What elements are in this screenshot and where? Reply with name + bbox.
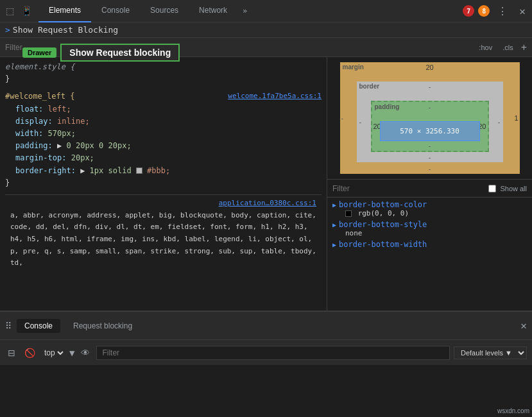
color-swatch-black: [345, 210, 352, 217]
levels-select[interactable]: Default levels ▼: [454, 346, 527, 359]
show-all-label: Show all: [500, 185, 527, 192]
element-style-rule: element.style { }: [5, 61, 322, 85]
console-filter-input[interactable]: [96, 346, 450, 360]
close-devtools-button[interactable]: ✕: [515, 5, 529, 17]
border-left-value: -: [359, 118, 362, 126]
drawer-grip[interactable]: ⠿: [5, 321, 12, 331]
prop-width-val: 570px;: [48, 129, 76, 138]
selector-header: application…0380c.css:1: [10, 198, 316, 210]
console-context-select[interactable]: top: [42, 348, 65, 358]
computed-properties: ▶ border-bottom-color rgb(0, 0, 0) ▶ bor…: [327, 198, 532, 254]
prop-border-val: 1px solid: [90, 166, 136, 175]
prop-margin-top: margin-top: 20px;: [15, 152, 322, 164]
drawer-close-button[interactable]: ✕: [520, 319, 527, 332]
border-bottom-color-value: rgb(0, 0, 0): [358, 209, 409, 217]
show-all-checkbox[interactable]: [488, 185, 496, 192]
tab-console[interactable]: Console: [91, 0, 140, 22]
prop-margin-val: 20px;: [71, 153, 94, 162]
tab-overflow[interactable]: »: [237, 0, 252, 22]
selector-list-rule: application…0380c.css:1 a, abbr, acronym…: [5, 194, 322, 272]
error-badge: 7: [463, 5, 474, 17]
tab-network[interactable]: Network: [189, 0, 237, 22]
prop-name-border-bottom-style: border-bottom-style: [339, 220, 427, 229]
css-content: element.style { } #welcome_left { welcom…: [0, 57, 327, 276]
box-margin: margin 20 - 1 - border - - - - paddi: [340, 62, 520, 174]
prop-name-border-bottom-color: border-bottom-color: [339, 200, 427, 209]
margin-bottom-value: -: [429, 165, 431, 173]
cls-filter-button[interactable]: .cls: [500, 42, 516, 53]
selector-css-link[interactable]: application…0380c.css:1: [219, 198, 316, 210]
computed-prop-border-bottom-width: ▶ border-bottom-width: [332, 240, 527, 249]
element-style-label: element.style {: [5, 62, 74, 71]
prop-display-val: inline;: [57, 117, 90, 126]
context-arrow[interactable]: ▼: [69, 348, 74, 358]
welcome-left-rule: #welcome_left { welcome.1fa7be5a.css:1 f…: [5, 90, 322, 189]
add-rule-button[interactable]: +: [521, 42, 527, 53]
prop-header-border-bottom-style[interactable]: ▶ border-bottom-style: [332, 220, 527, 229]
expand-arrow: ▶: [332, 201, 336, 208]
toolbar-right: 7 8 ⋮ ✕: [463, 5, 529, 17]
suggestion-popup[interactable]: Drawer Show Request blocking: [22, 44, 180, 62]
content-dimensions: 570 × 3256.330: [400, 127, 459, 135]
color-swatch-border: [136, 167, 142, 174]
bottom-drawer: ⠿ Console Request blocking ✕: [0, 311, 532, 339]
prop-margin-name: margin-top:: [15, 153, 66, 162]
expand-arrow-2: ▶: [332, 221, 336, 228]
border-bottom-style-value: none: [345, 229, 363, 237]
padding-bottom-value: -: [429, 142, 431, 149]
tab-sources[interactable]: Sources: [140, 0, 189, 22]
command-search-input[interactable]: [13, 25, 527, 35]
box-model-section: margin 20 - 1 - border - - - - paddi: [327, 57, 532, 180]
prop-float: float: left;: [15, 103, 322, 115]
box-border: border - - - - padding - 20 20 -: [357, 81, 503, 162]
prop-border-right: border-right: ▶ 1px solid #bbb;: [15, 165, 322, 177]
margin-label: margin: [343, 64, 364, 71]
settings-menu[interactable]: ⋮: [493, 5, 511, 17]
console-eye-button[interactable]: 👁: [78, 346, 92, 359]
computed-prop-border-bottom-color: ▶ border-bottom-color rgb(0, 0, 0): [332, 200, 527, 217]
close-brace-1: }: [5, 74, 10, 83]
welcome-selector: #welcome_left {: [5, 90, 74, 103]
margin-top-value: 20: [425, 64, 433, 71]
box-content: 570 × 3256.330: [380, 121, 480, 141]
padding-label: padding: [375, 103, 400, 110]
prop-float-val: left;: [48, 105, 71, 114]
welcome-css-link[interactable]: welcome.1fa7be5a.css:1: [228, 90, 322, 103]
prop-name-border-bottom-width: border-bottom-width: [339, 240, 427, 249]
watermark: wsxdn.com: [497, 407, 529, 414]
prop-sub-border-bottom-style: none: [332, 229, 527, 237]
prop-display: display: inline;: [15, 115, 322, 128]
box-model-container: margin 20 - 1 - border - - - - paddi: [340, 62, 520, 174]
prop-header-border-bottom-color[interactable]: ▶ border-bottom-color: [332, 200, 527, 209]
selector-list-text: a, abbr, acronym, address, applet, big, …: [10, 210, 316, 269]
margin-left-value: -: [341, 114, 344, 122]
drawer-tab-request-blocking[interactable]: Request blocking: [65, 319, 140, 333]
prop-border-arrow[interactable]: ▶: [80, 166, 89, 175]
console-sidebar-toggle[interactable]: ⊟: [5, 346, 18, 359]
prop-float-name: float:: [15, 105, 43, 114]
box-padding: padding - 20 20 - 570 × 3256.330: [371, 101, 489, 152]
inspect-icon[interactable]: ⬚: [3, 4, 17, 18]
drawer-tab-console[interactable]: Console: [17, 319, 60, 333]
prop-display-name: display:: [15, 117, 53, 126]
border-right-value: -: [498, 118, 501, 126]
border-label: border: [359, 83, 380, 90]
console-clear-button[interactable]: 🚫: [22, 346, 38, 359]
prop-padding-arrow[interactable]: ▶: [57, 141, 66, 150]
prop-sub-border-bottom-color: rgb(0, 0, 0): [332, 209, 527, 217]
console-toolbar: ⊟ 🚫 top ▼ 👁 Default levels ▼: [0, 339, 532, 365]
computed-prop-border-bottom-style: ▶ border-bottom-style none: [332, 220, 527, 237]
border-top-value: -: [429, 83, 431, 90]
prop-header-border-bottom-width[interactable]: ▶ border-bottom-width: [332, 240, 527, 249]
computed-filter-input[interactable]: [332, 184, 485, 193]
computed-filter: Show all: [327, 180, 532, 198]
search-input-container: >: [5, 25, 527, 35]
suggestion-text: Show Request blocking: [60, 44, 180, 62]
prop-border-name: border-right:: [15, 166, 76, 175]
main-content: element.style { } #welcome_left { welcom…: [0, 57, 532, 311]
search-bar: >: [0, 22, 532, 38]
hov-filter-button[interactable]: :hov: [476, 42, 495, 53]
device-icon[interactable]: 📱: [19, 4, 33, 18]
margin-right-value: 1: [514, 114, 518, 122]
tab-elements[interactable]: Elements: [39, 0, 91, 22]
